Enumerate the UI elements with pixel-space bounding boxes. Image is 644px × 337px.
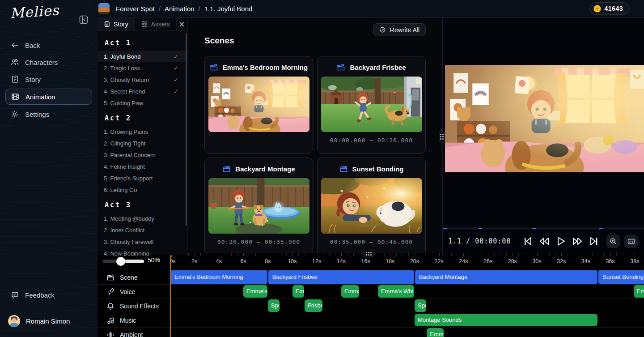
captions-button[interactable] [624, 235, 638, 248]
credits-count: 41643 [605, 5, 623, 12]
seek-scene-marker[interactable] [443, 228, 447, 229]
rewrite-all-button[interactable]: Rewrite All [373, 23, 426, 36]
audio-clip[interactable]: Emma [292, 285, 304, 298]
scene-clip[interactable]: Emma's Bedroom Morning [170, 270, 267, 284]
video-preview[interactable] [443, 18, 644, 227]
audio-clip[interactable]: Montage Sounds [415, 314, 597, 326]
scene-card-title: Backyard Frisbee [350, 64, 406, 71]
breadcrumb-separator: / [159, 5, 161, 13]
credits-badge[interactable]: 41643 [589, 2, 630, 15]
scene-list-item[interactable]: 2. Inner Conflict [97, 224, 187, 236]
audio-clip[interactable]: Emma's Whis [378, 285, 414, 298]
scene-list-item-label: 3. Ghostly Farewell [104, 239, 153, 245]
sidebar-item-label: Animation [25, 93, 55, 101]
track-separator [170, 313, 644, 313]
scene-list-item[interactable]: 4. Secret Friend✓ [97, 85, 187, 97]
film-icon [11, 93, 19, 101]
topbar: Forever Spot / Animation / 1.1. Joyful B… [97, 0, 644, 18]
seek-scene-marker[interactable] [532, 228, 536, 229]
audio-clip[interactable]: Spotty [415, 299, 426, 312]
zoom-preview-button[interactable] [606, 235, 620, 248]
scene-list-item[interactable]: 1. Growing Pains [97, 126, 187, 137]
feedback-label: Feedback [25, 291, 55, 299]
scene-list-item[interactable]: 4. Feline Insight [97, 161, 187, 172]
user-menu[interactable]: Romain Simon [5, 315, 92, 327]
scene-list-item[interactable]: 3. Ghostly Return✓ [97, 74, 187, 85]
breadcrumb-section[interactable]: Animation [165, 5, 195, 13]
scene-card-sunset-bonding[interactable]: Sunset Bonding [317, 158, 426, 256]
sidebar-item-story[interactable]: Story [5, 72, 92, 87]
breadcrumb-project[interactable]: Forever Spot [116, 5, 155, 13]
audio-clip[interactable]: Emma [634, 285, 644, 298]
scene-list-item[interactable]: 5. Friend's Support [97, 172, 187, 184]
track-header-music[interactable]: Music [97, 313, 170, 327]
scene-list-item[interactable]: 1. Meeting @buddy [97, 213, 187, 224]
scene-clip[interactable]: Sunset Bonding [598, 270, 644, 284]
audio-clip[interactable]: Emma's [243, 285, 267, 298]
scene-list-item[interactable]: 6. Letting Go [97, 184, 187, 196]
sidebar-item-settings[interactable]: Settings [5, 107, 92, 122]
skip-to-start-button[interactable] [522, 236, 533, 247]
zoom-slider-knob[interactable] [116, 257, 125, 266]
play-button[interactable] [555, 236, 566, 247]
timeline-zoom-slider[interactable] [103, 260, 144, 263]
audio-clip[interactable]: Emma [427, 328, 443, 337]
track-separator [170, 327, 644, 328]
scene-list-item[interactable]: 2. Clinging Tight [97, 137, 187, 149]
timeline-tracks-area[interactable]: 0s2s4s6s8s10s12s14s16s18s20s22s24s26s28s… [170, 253, 644, 337]
scene-clip[interactable]: Backyard Frisbee [268, 270, 414, 284]
video-frame-bedroom [445, 65, 644, 172]
tab-assets[interactable]: Assets [135, 18, 177, 30]
sidebar-item-characters[interactable]: Characters [5, 55, 92, 70]
track-header-voice[interactable]: Voice [97, 284, 170, 299]
act-header: Act 1 [105, 39, 187, 47]
panel-resize-handle[interactable] [439, 130, 445, 143]
track-header-ambient[interactable]: Ambient [97, 327, 170, 337]
seek-scene-marker[interactable] [479, 228, 482, 229]
audio-clip[interactable]: Frisbee [305, 299, 322, 312]
scene-card-emmas-bedroom-morning[interactable]: Emma's Bedroom Morning [204, 56, 313, 154]
audio-clip[interactable]: Spotty [268, 299, 280, 312]
breadcrumb-scene: 1.1. Joyful Bond [204, 5, 253, 13]
scene-list-item[interactable]: 2. Tragic Loss✓ [97, 62, 187, 74]
tab-label: Assets [151, 21, 170, 28]
track-separator [170, 299, 644, 299]
scene-list-item[interactable]: 5. Guiding Paw [97, 97, 187, 109]
fast-forward-button[interactable] [572, 236, 583, 247]
scene-list-item-label: 2. Inner Conflict [104, 227, 144, 234]
sidebar-collapse-icon[interactable] [79, 15, 89, 25]
panel-scrollbar[interactable] [186, 33, 187, 226]
panel-close-button[interactable] [177, 18, 187, 30]
timeline: 50% Scene Voice Sound Effects Music Ambi… [97, 253, 644, 337]
timeline-zoom-value: 50% [148, 256, 167, 264]
rewind-button[interactable] [539, 236, 550, 247]
track-header-sound-effects[interactable]: Sound Effects [97, 299, 170, 313]
clapperboard-icon [337, 64, 345, 71]
gear-icon [11, 110, 19, 118]
scene-card-backyard-frisbee[interactable]: Backyard Frisbee [317, 56, 426, 154]
skip-to-end-button[interactable] [589, 236, 599, 247]
sidebar-item-animation[interactable]: Animation [5, 89, 92, 105]
scene-list-item-label: 1. Meeting @buddy [104, 215, 154, 222]
scene-card-backyard-montage[interactable]: Backyard Montage [204, 158, 313, 256]
tab-story[interactable]: Story [97, 18, 135, 30]
scene-thumbnail-montage [208, 178, 309, 234]
timeline-resize-handle[interactable] [363, 250, 374, 257]
scene-clip[interactable]: Backyard Montage [415, 270, 597, 284]
sidebar-nav: Back Characters Story Animation Settings [0, 36, 97, 124]
scene-list-item[interactable]: 3. Ghostly Farewell [97, 236, 187, 247]
scene-list-item[interactable]: 3. Parental Concern [97, 149, 187, 161]
scene-list-item-label: 4. Secret Friend [104, 88, 145, 95]
scene-list-item-label: 5. Friend's Support [104, 175, 153, 182]
scene-list-item[interactable]: 4. New Beginning [97, 247, 187, 256]
audio-clip[interactable]: Emma [341, 285, 359, 298]
playhead-line[interactable] [170, 253, 171, 337]
sidebar-item-back[interactable]: Back [5, 38, 92, 53]
feedback-button[interactable]: Feedback [5, 287, 92, 303]
breadcrumb-separator: / [199, 5, 200, 13]
track-header-scene[interactable]: Scene [97, 270, 170, 284]
scene-list-item[interactable]: 1. Joyful Bond✓ [97, 51, 187, 62]
seek-scene-marker[interactable] [599, 228, 603, 229]
user-name: Romain Simon [26, 317, 70, 325]
microphone-icon [106, 288, 114, 296]
